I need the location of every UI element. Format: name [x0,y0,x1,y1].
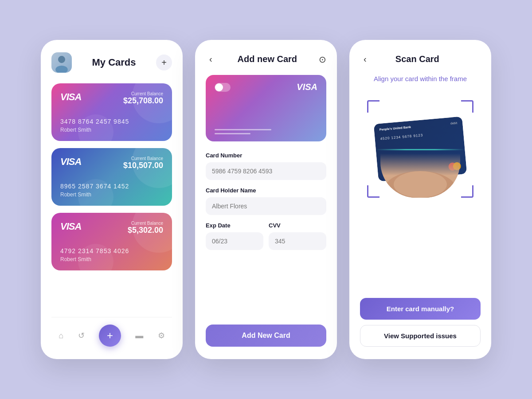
card-holder-input[interactable] [206,197,326,215]
balance-label-2: Current Balance [123,156,163,161]
view-supported-issues-button[interactable]: View Supported issues [360,325,481,347]
avatar [51,52,72,73]
back-button-2[interactable]: ‹ [206,52,216,66]
home-icon[interactable]: ⌂ [59,331,63,340]
add-new-card-button[interactable]: Add New Card [206,325,326,347]
balance-label-3: Current Balance [128,221,163,226]
screen3-title: Scan Card [395,54,439,64]
card-bottom-3: 4792 2314 7853 4026 Robert Smith [60,247,163,262]
balance-value-2: $10,507.00 [123,161,163,170]
cvv-label: CVV [269,222,326,229]
card-number-1: 3478 8764 2457 9845 [60,118,163,125]
card-line-1 [215,129,271,130]
card-holder-2: Robert Smith [60,192,163,198]
balance-container-1: Current Balance $25,708.00 [123,91,163,106]
enter-manually-button[interactable]: Enter card manually? [360,298,481,320]
toggle-switch[interactable] [215,83,231,92]
corner-bl [367,185,379,198]
card-number-3: 4792 2314 7853 4026 [60,247,163,254]
align-text: Align your card within the frame [360,75,481,82]
card-number-2: 8965 2587 3674 1452 [60,183,163,190]
cvv-group: CVV [269,222,326,250]
back-button-3[interactable]: ‹ [360,52,370,66]
card-number-input[interactable] [206,162,326,180]
card-top-2: VISA Current Balance $10,507.00 [60,156,163,170]
corner-tr [461,100,473,113]
balance-container-2: Current Balance $10,507.00 [123,156,163,170]
toggle-circle [215,83,223,91]
card-holder-label: Card Holder Name [206,187,326,194]
hand-overlay [380,153,460,198]
svg-point-3 [394,171,447,198]
exp-date-group: Exp Date [206,222,263,250]
screen3-header: ‹ Scan Card [360,52,481,66]
bottom-nav: ⌂ ↺ + ▬ ⚙ [51,317,172,347]
card-top-3: VISA Current Balance $5,302.00 [60,221,163,235]
refresh-icon[interactable]: ↺ [78,331,85,340]
bank-name: People's United Bank [379,125,411,132]
screen-add-card: ‹ Add new Card ⊙ VISA Card Number Card H… [195,40,337,359]
card-item-3[interactable]: VISA Current Balance $5,302.00 4792 2314… [51,213,172,270]
svg-point-1 [55,66,68,73]
visa-logo-2: VISA [60,156,81,168]
card-top-1: VISA Current Balance $25,708.00 [60,91,163,106]
card-number-group: Card Number [206,152,326,180]
screen-my-cards: My Cards + VISA Current Balance $25,708.… [41,40,183,359]
scan-icon[interactable]: ⊙ [319,54,326,65]
scan-frame-container: People's United Bank debit 4520 1234 567… [360,91,481,207]
exp-cvv-row: Exp Date CVV [206,222,326,257]
card-holder-group: Card Holder Name [206,187,326,215]
screen2-title: Add new Card [238,54,297,64]
add-card-button[interactable]: + [156,55,172,70]
nav-add-button[interactable]: + [99,325,121,347]
card-icon[interactable]: ▬ [135,331,143,340]
screen-scan-card: ‹ Scan Card Align your card within the f… [349,40,491,359]
balance-label-1: Current Balance [123,91,163,96]
scan-line [376,149,465,150]
card-number-label: Card Number [206,152,326,159]
bank-name-text: People's United Bank [379,125,411,132]
scanner-card-number: 4520 1234 5678 9123 [380,130,458,141]
settings-icon[interactable]: ⚙ [158,331,165,340]
preview-card-lines [215,129,317,134]
exp-date-label: Exp Date [206,222,263,229]
scan-frame: People's United Bank debit 4520 1234 567… [367,100,473,198]
preview-card: VISA [206,75,326,141]
balance-value-3: $5,302.00 [128,226,163,235]
card-type-badge: debit [450,121,458,126]
card-line-2 [215,133,250,134]
card-item-2[interactable]: VISA Current Balance $10,507.00 8965 258… [51,148,172,206]
balance-value-1: $25,708.00 [123,96,163,106]
card-bottom-1: 3478 8764 2457 9845 Robert Smith [60,118,163,133]
cvv-input[interactable] [269,232,326,250]
corner-br [461,185,473,198]
screen1-title: My Cards [92,57,136,68]
svg-point-0 [58,56,65,63]
exp-date-input[interactable] [206,232,263,250]
preview-visa-logo: VISA [297,82,317,92]
screens-container: My Cards + VISA Current Balance $25,708.… [23,22,509,377]
card-holder-1: Robert Smith [60,127,163,133]
visa-logo-1: VISA [60,91,81,103]
screen1-header: My Cards + [51,52,172,73]
screen2-header: ‹ Add new Card ⊙ [206,52,326,66]
visa-logo-3: VISA [60,221,81,232]
balance-container-3: Current Balance $5,302.00 [128,221,163,235]
card-item-1[interactable]: VISA Current Balance $25,708.00 3478 876… [51,83,172,141]
preview-card-top: VISA [215,82,317,92]
card-holder-3: Robert Smith [60,256,163,262]
corner-tl [367,100,379,113]
card-bottom-2: 8965 2587 3674 1452 Robert Smith [60,183,163,198]
